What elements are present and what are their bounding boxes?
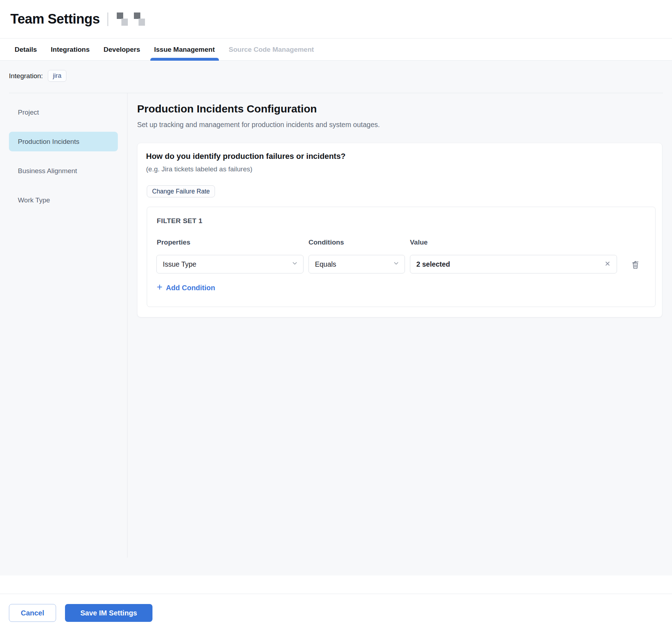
- delete-condition-button[interactable]: [630, 259, 641, 271]
- section-title: Production Incidents Configuration: [137, 103, 317, 115]
- pixel-dark-square: [117, 12, 123, 19]
- sidebar-item-label: Business Alignment: [18, 167, 77, 175]
- main-panel: Production Incidents Configuration Set u…: [137, 93, 662, 525]
- property-select[interactable]: Issue Type: [156, 255, 304, 273]
- content-area: Integration: jira Project Production Inc…: [0, 61, 672, 575]
- config-question: How do you identify production failures …: [146, 152, 346, 161]
- sidebar-divider: [127, 93, 127, 558]
- pixelated-placeholder-icon: [134, 12, 145, 26]
- add-condition-link[interactable]: + Add Condition: [157, 283, 215, 292]
- trash-icon: [631, 260, 640, 271]
- active-tab-underline: [150, 58, 219, 61]
- clear-value-button[interactable]: [603, 260, 612, 269]
- close-icon: [604, 260, 611, 268]
- page-title: Team Settings: [10, 11, 100, 27]
- integration-label: Integration:: [9, 72, 43, 80]
- save-im-settings-button[interactable]: Save IM Settings: [65, 604, 152, 622]
- title-divider: [107, 12, 108, 26]
- tab-bar: Details Integrations Developers Issue Ma…: [0, 39, 672, 61]
- tab-label: Developers: [104, 46, 140, 54]
- condition-select-value: Equals: [315, 260, 336, 268]
- pixel-dark-square: [134, 12, 140, 19]
- integration-row: Integration: jira: [9, 70, 66, 82]
- config-hint: (e.g. Jira tickets labeled as failures): [146, 165, 252, 173]
- tab-issue-management[interactable]: Issue Management: [154, 39, 215, 60]
- tab-label: Source Code Management: [229, 46, 314, 54]
- chevron-down-icon: [291, 260, 298, 268]
- filter-set-box: FILTER SET 1 Properties Conditions Value…: [147, 207, 656, 307]
- pixel-light-square: [139, 19, 145, 26]
- tab-label: Issue Management: [154, 46, 215, 54]
- sidebar-item-label: Work Type: [18, 196, 50, 204]
- tab-source-code-management[interactable]: Source Code Management: [229, 39, 314, 60]
- column-header-value: Value: [410, 238, 428, 246]
- tab-developers[interactable]: Developers: [104, 39, 140, 60]
- sidebar-item-production-incidents[interactable]: Production Incidents: [9, 132, 118, 151]
- condition-select[interactable]: Equals: [309, 255, 405, 273]
- tab-integrations[interactable]: Integrations: [51, 39, 90, 60]
- tab-label: Details: [15, 46, 37, 54]
- sidebar-item-work-type[interactable]: Work Type: [9, 190, 118, 210]
- column-header-properties: Properties: [157, 238, 190, 246]
- team-settings-page: Team Settings Details Integrations Devel…: [0, 0, 672, 629]
- filter-set-title: FILTER SET 1: [157, 217, 202, 225]
- change-failure-rate-chip[interactable]: Change Failure Rate: [147, 185, 215, 197]
- value-multiselect[interactable]: 2 selected: [410, 255, 617, 273]
- sidebar-item-label: Project: [18, 109, 39, 116]
- plus-icon: +: [157, 282, 162, 292]
- pixel-light-square: [121, 19, 128, 26]
- value-selected-count: 2 selected: [416, 260, 450, 268]
- settings-sidebar: Project Production Incidents Business Al…: [9, 93, 118, 210]
- integration-badge: jira: [48, 70, 66, 82]
- tab-label: Integrations: [51, 46, 90, 54]
- pixelated-placeholder-icon: [117, 12, 128, 26]
- title-bar: Team Settings: [0, 0, 672, 39]
- tab-details[interactable]: Details: [15, 39, 37, 60]
- sidebar-item-business-alignment[interactable]: Business Alignment: [9, 161, 118, 181]
- chevron-down-icon: [393, 260, 400, 268]
- sidebar-item-project[interactable]: Project: [9, 102, 118, 122]
- section-subtitle: Set up tracking and management for produ…: [137, 121, 380, 129]
- add-condition-label: Add Condition: [166, 284, 215, 292]
- incidents-config-card: How do you identify production failures …: [137, 143, 662, 317]
- property-select-value: Issue Type: [163, 260, 196, 268]
- column-header-conditions: Conditions: [309, 238, 344, 246]
- footer-action-bar: Cancel Save IM Settings: [0, 594, 672, 629]
- cancel-button[interactable]: Cancel: [9, 604, 56, 622]
- sidebar-item-label: Production Incidents: [18, 138, 79, 146]
